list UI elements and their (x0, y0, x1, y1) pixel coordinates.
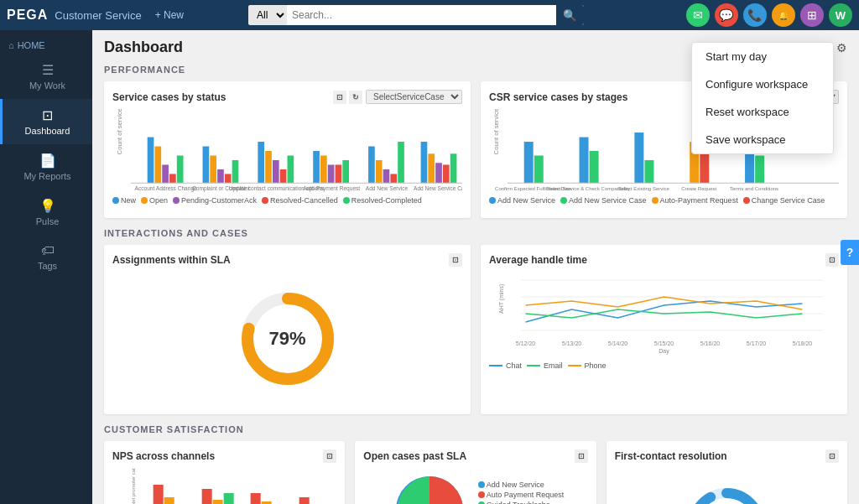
settings-icon[interactable]: ⚙ (836, 41, 847, 55)
sidebar-item-tags[interactable]: 🏷 Tags (0, 235, 92, 279)
svg-rect-24 (390, 174, 397, 183)
page-title: Dashboard (104, 39, 183, 56)
svg-rect-48 (755, 155, 764, 183)
start-my-day-item[interactable]: Start my day (692, 43, 833, 70)
svg-text:Terms and Conditions: Terms and Conditions (730, 186, 778, 191)
interactions-charts-row: Assignments within SLA ⊡ 79% (104, 245, 847, 414)
open-cases-legend: Add New Service Auto Payment Request Gui… (478, 481, 565, 504)
notification-icon[interactable]: 🔔 (772, 3, 795, 27)
open-cases-expand-icon[interactable]: ⊡ (575, 449, 588, 463)
svg-rect-9 (225, 174, 232, 183)
svg-rect-43 (634, 132, 643, 183)
svg-rect-42 (590, 151, 599, 183)
svg-rect-5 (177, 155, 184, 183)
interactions-section: INTERACTIONS AND CASES Assignments withi… (104, 228, 847, 414)
aht-card: Average handle time ⊡ AHT (mins) (481, 245, 847, 414)
topnav: PEGA Customer Service + New All 🔍 ✉ 💬 📞 … (0, 0, 859, 30)
new-button[interactable]: + New (155, 9, 184, 21)
svg-rect-74 (202, 489, 212, 504)
aht-expand-icon[interactable]: ⊡ (825, 253, 839, 267)
svg-text:Add New Service Case: Add New Service Case (414, 185, 462, 191)
svg-rect-30 (450, 153, 457, 183)
search-button[interactable]: 🔍 (556, 5, 584, 25)
sla-value: 79% (268, 328, 305, 350)
sla-expand-icon[interactable]: ⊡ (449, 253, 462, 267)
phone-icon[interactable]: 📞 (743, 3, 767, 27)
svg-text:5/18/20: 5/18/20 (793, 340, 812, 346)
sla-card: Assignments within SLA ⊡ 79% (104, 245, 471, 414)
svg-rect-71 (154, 485, 164, 504)
svg-rect-76 (224, 493, 234, 504)
sidebar-item-dashboard[interactable]: ⊡ Dashboard (0, 99, 92, 144)
expand-icon[interactable]: ⊡ (333, 91, 346, 104)
nps-expand-icon[interactable]: ⊡ (323, 449, 336, 463)
avatar-icon[interactable]: W (829, 3, 852, 27)
search-filter[interactable]: All (248, 5, 287, 25)
service-case-select[interactable]: SelectServiceCase (366, 90, 462, 104)
svg-rect-13 (273, 160, 279, 183)
svg-rect-1 (148, 138, 154, 184)
svg-rect-39 (524, 142, 534, 183)
svg-rect-40 (534, 155, 544, 183)
nav-icons: ✉ 💬 📞 🔔 ⊞ W (686, 3, 852, 27)
svg-text:5/17/20: 5/17/20 (747, 340, 766, 346)
home-link[interactable]: ⌂ HOME (0, 37, 92, 54)
configure-workspace-item[interactable]: Configure workspace (692, 70, 833, 98)
svg-text:Select Existing Service: Select Existing Service (618, 186, 670, 191)
customer-satisfaction-row: NPS across channels ⊡ Net promoter categ… (104, 441, 847, 504)
sla-donut-container: 79% (112, 272, 462, 406)
customer-satisfaction-title: CUSTOMER SATISFACTION (104, 424, 847, 434)
email-icon[interactable]: ✉ (686, 3, 710, 27)
status-legend: New Open Pending-CustomerAck Resolved-Ca… (112, 196, 462, 205)
svg-rect-8 (217, 169, 224, 183)
svg-rect-22 (376, 160, 383, 183)
svg-rect-29 (443, 164, 450, 183)
service-cases-status-card: Service cases by status ⊡↻ SelectService… (104, 81, 471, 218)
status-chart-svg: Count of service cases (112, 109, 462, 193)
reset-workspace-item[interactable]: Reset workspace (692, 98, 833, 126)
sidebar-item-my-reports[interactable]: 📄 My Reports (0, 144, 92, 190)
svg-rect-28 (435, 163, 442, 183)
fcr-donut: 92% (685, 485, 768, 504)
open-cases-card-title: Open cases past SLA ⊡ (363, 449, 587, 463)
svg-rect-20 (342, 160, 349, 183)
aht-line-chart: AHT (mins) (489, 272, 839, 364)
my-work-icon: ☰ (42, 62, 54, 78)
open-cases-card: Open cases past SLA ⊡ A (355, 441, 596, 504)
svg-rect-14 (280, 169, 287, 183)
aht-card-title: Average handle time ⊡ (489, 253, 839, 267)
svg-rect-18 (328, 164, 335, 183)
svg-rect-17 (320, 155, 327, 183)
sidebar-item-pulse[interactable]: 💡 Pulse (0, 190, 92, 235)
search-input[interactable] (287, 5, 556, 25)
stages-legend: Add New Service Add New Service Case Aut… (489, 196, 839, 205)
sla-donut: 79% (237, 288, 338, 389)
svg-rect-7 (210, 155, 216, 183)
sla-card-title: Assignments within SLA ⊡ (112, 253, 462, 267)
fcr-expand-icon[interactable]: ⊡ (825, 449, 839, 463)
svg-text:5/13/20: 5/13/20 (562, 340, 581, 346)
svg-rect-26 (421, 142, 428, 183)
interactions-title: INTERACTIONS AND CASES (104, 228, 847, 238)
svg-text:5/12/20: 5/12/20 (516, 340, 535, 346)
refresh-icon[interactable]: ↻ (349, 91, 362, 104)
sidebar-item-my-work[interactable]: ☰ My Work (0, 54, 92, 99)
save-workspace-item[interactable]: Save workspace (692, 126, 833, 153)
svg-text:5/15/20: 5/15/20 (654, 340, 674, 346)
help-button[interactable]: ? (841, 240, 859, 265)
svg-text:Add New Service: Add New Service (366, 185, 409, 191)
svg-rect-6 (203, 147, 210, 184)
svg-rect-23 (383, 169, 390, 183)
apps-icon[interactable]: ⊞ (800, 3, 824, 27)
nps-card-title: NPS across channels ⊡ (112, 449, 336, 463)
svg-rect-10 (232, 160, 239, 183)
aht-legend: Chat Email Phone (489, 361, 839, 370)
app-name: Customer Service (55, 9, 141, 22)
svg-rect-12 (265, 151, 272, 183)
svg-rect-19 (336, 164, 342, 183)
svg-text:5/16/20: 5/16/20 (700, 340, 720, 346)
logo: PEGA (7, 8, 48, 23)
card-title-status: Service cases by status ⊡↻ SelectService… (112, 90, 462, 104)
reports-icon: 📄 (39, 153, 56, 169)
chat-icon[interactable]: 💬 (715, 3, 738, 27)
